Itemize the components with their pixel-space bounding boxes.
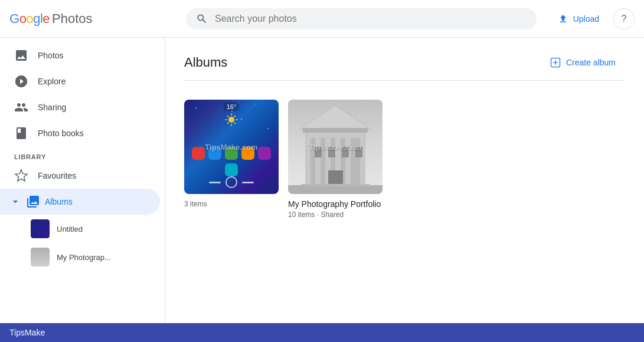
- sidebar-subalbum-my-photography[interactable]: My Photograp...: [0, 243, 165, 271]
- create-album-button[interactable]: Create album: [540, 52, 625, 73]
- watermark-album2: TipsMake.com: [309, 143, 361, 152]
- album-card-2[interactable]: TipsMake.com My Photography Portfolio 10…: [288, 100, 383, 221]
- untitled-album-label: Untitled: [57, 225, 83, 234]
- svg-point-2: [228, 117, 234, 123]
- bottom-bar-label: TipsMake: [9, 328, 45, 337]
- header-actions: Upload ?: [548, 8, 635, 29]
- google-wordmark: Google: [9, 11, 50, 27]
- sidebar-item-albums[interactable]: Albums: [0, 189, 160, 215]
- chevron-down-icon: [9, 196, 21, 208]
- photo-books-icon: [14, 126, 28, 140]
- album2-info: My Photography Portfolio 10 items · Shar…: [288, 194, 383, 221]
- search-bar[interactable]: [187, 8, 537, 29]
- sharing-icon: [14, 100, 28, 114]
- sidebar-photo-books-label: Photo books: [38, 129, 84, 138]
- album-card-1[interactable]: 16°: [184, 100, 279, 221]
- album1-info: 3 items: [184, 194, 279, 211]
- explore-icon: [14, 74, 28, 88]
- content-header: Albums Create album: [184, 52, 625, 81]
- sidebar-item-favourites[interactable]: Favourites: [0, 163, 160, 189]
- photos-wordmark: Photos: [52, 11, 93, 27]
- upload-button[interactable]: Upload: [548, 9, 609, 29]
- sidebar: Photos Explore Sharing: [0, 38, 165, 342]
- sidebar-item-photo-books[interactable]: Photo books: [0, 120, 160, 146]
- sidebar-albums-label: Albums: [45, 197, 73, 206]
- sidebar-item-explore[interactable]: Explore: [0, 68, 160, 94]
- sidebar-photos-label: Photos: [38, 51, 64, 60]
- my-photography-album-thumb: [31, 248, 50, 267]
- header: Google Photos Upload ?: [0, 0, 644, 38]
- weather-icon: [224, 113, 238, 127]
- album-cover-1: 16°: [184, 100, 279, 194]
- my-photography-album-label: My Photograp...: [57, 253, 111, 262]
- albums-icon: [26, 195, 40, 209]
- svg-rect-19: [301, 184, 370, 186]
- sidebar-sharing-label: Sharing: [38, 103, 66, 112]
- svg-rect-20: [299, 186, 372, 189]
- album1-meta: 3 items: [184, 200, 279, 208]
- sidebar-favourites-label: Favourites: [38, 171, 76, 180]
- album2-name: My Photography Portfolio: [288, 199, 383, 209]
- sidebar-explore-label: Explore: [38, 77, 66, 86]
- sidebar-item-sharing[interactable]: Sharing: [0, 94, 160, 120]
- album2-meta: 10 items · Shared: [288, 211, 383, 219]
- album-cover-2: TipsMake.com: [288, 100, 383, 194]
- svg-rect-13: [303, 128, 368, 133]
- search-icon: [196, 13, 208, 25]
- albums-grid: 16°: [184, 90, 625, 221]
- help-button[interactable]: ?: [613, 8, 635, 29]
- search-input[interactable]: [215, 14, 527, 24]
- main-layout: Photos Explore Sharing: [0, 38, 644, 342]
- upload-icon: [558, 14, 568, 24]
- content-area: Albums Create album: [165, 38, 644, 342]
- page-title: Albums: [184, 55, 227, 70]
- create-album-icon: [550, 57, 561, 68]
- library-label: LIBRARY: [0, 146, 165, 163]
- bottom-bar: TipsMake: [0, 323, 644, 342]
- untitled-album-thumb: [31, 219, 50, 238]
- sidebar-item-photos[interactable]: Photos: [0, 42, 160, 68]
- star-icon: [14, 169, 28, 183]
- photo-icon: [14, 48, 28, 63]
- sidebar-subalbum-untitled[interactable]: Untitled: [0, 215, 165, 243]
- logo: Google Photos: [9, 11, 175, 27]
- svg-rect-18: [328, 170, 343, 185]
- watermark-album1: TipsMake.com: [205, 143, 257, 152]
